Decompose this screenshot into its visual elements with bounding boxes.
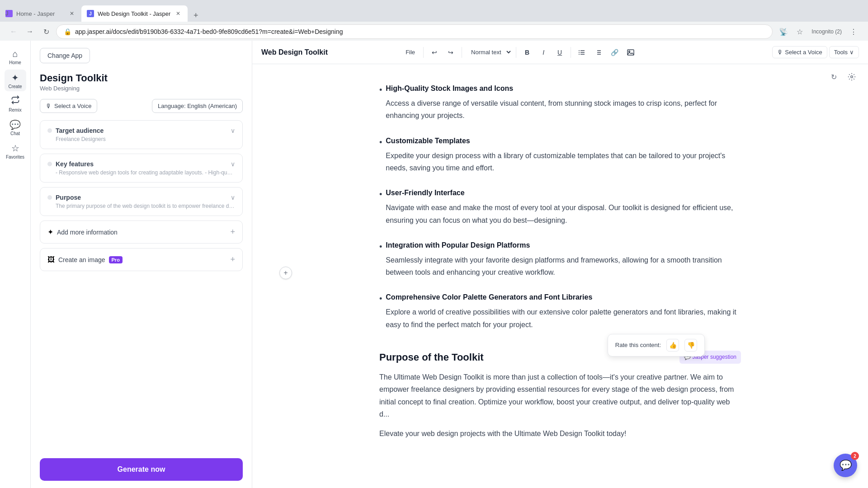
svg-point-10 <box>629 51 630 52</box>
chat-label: Chat <box>10 131 20 136</box>
bullet-body: Access a diverse range of versatile visu… <box>386 97 741 122</box>
language-button[interactable]: Language: English (American) <box>152 99 243 113</box>
bold-button[interactable]: B <box>520 45 534 60</box>
sidebar-item-remix[interactable]: Remix <box>5 93 26 115</box>
reload-button[interactable]: ↻ <box>40 25 52 38</box>
tools-button[interactable]: Tools ∨ <box>829 46 859 58</box>
tab-favicon-home: J <box>5 10 13 17</box>
purpose-body1: The Ultimate Web Design Toolkit is more … <box>379 371 741 420</box>
chevron-down-icon: ∨ <box>231 160 235 168</box>
bullet-body: Explore a world of creative possibilitie… <box>386 306 741 330</box>
tab-title-home: Home - Jasper <box>16 10 64 17</box>
menu-icon[interactable]: ⋮ <box>846 24 861 39</box>
underline-button[interactable]: U <box>552 45 567 60</box>
select-voice-toolbar[interactable]: 🎙 Select a Voice <box>772 46 827 58</box>
sidebar-item-favorites[interactable]: ☆ Favorites <box>5 140 26 162</box>
target-audience-field[interactable]: Target audience ∨ Freelance Designers <box>40 120 243 149</box>
doc-header-icons: ↻ <box>826 70 859 84</box>
tab-title-web: Web Design Toolkit - Jasper <box>98 10 170 17</box>
nav-icons: 📡 ☆ Incognito (2) ⋮ <box>776 24 861 39</box>
browser-chrome: J Home - Jasper ✕ J Web Design Toolkit -… <box>0 0 868 41</box>
main-content: Web Design Toolkit File ↩ ↪ Normal text … <box>252 41 868 488</box>
toolbar-divider <box>462 47 462 58</box>
select-voice-button[interactable]: 🎙 Select a Voice <box>40 99 97 113</box>
format-select[interactable]: Normal text Heading 1 Heading 2 <box>466 47 512 58</box>
bullet-title: Customizable Templates <box>386 137 470 145</box>
create-image-card[interactable]: 🖼 Create an image Pro + <box>40 248 243 271</box>
list-item: Customizable Templates Expedite your des… <box>379 135 741 182</box>
toolbar-divider <box>571 47 571 58</box>
bullet-title: Integration with Popular Design Platform… <box>386 241 530 249</box>
svg-point-3 <box>579 50 580 51</box>
purpose-section: Purpose of the Toolkit 💬 Jasper suggesti… <box>379 349 741 440</box>
undo-button[interactable]: ↩ <box>427 45 442 60</box>
back-button[interactable]: ← <box>7 25 20 38</box>
tab-web[interactable]: J Web Design Toolkit - Jasper ✕ <box>81 5 188 22</box>
generate-now-button[interactable]: Generate now <box>40 458 243 481</box>
add-more-info-card[interactable]: ✦ Add more information + <box>40 221 243 244</box>
select-voice-toolbar-label: Select a Voice <box>785 49 822 56</box>
sparkle-icon: ✦ <box>47 228 53 236</box>
tab-home[interactable]: J Home - Jasper ✕ <box>0 5 81 22</box>
thumbs-up-button[interactable]: 👍 <box>666 339 679 352</box>
add-info-left: ✦ Add more information <box>47 228 118 236</box>
chat-badge: 2 <box>851 452 859 460</box>
lock-icon: 🔒 <box>64 28 71 35</box>
field-label: Purpose <box>56 194 227 201</box>
nav-bar: ← → ↻ 🔒 app.jasper.ai/docs/edit/b9190b36… <box>0 22 868 42</box>
voice-toolbar-icon: 🎙 <box>777 49 783 56</box>
sidebar-item-create[interactable]: ✦ Create <box>5 70 26 91</box>
image-button[interactable] <box>623 45 638 60</box>
remix-icon <box>11 95 20 107</box>
field-dot <box>47 128 52 133</box>
select-voice-label: Select a Voice <box>54 103 91 109</box>
app-layout: ⌂ Home ✦ Create Remix 💬 Chat ☆ Favo <box>0 41 868 488</box>
new-tab-button[interactable]: + <box>189 9 202 22</box>
bullet-body: Expedite your design process with a libr… <box>386 150 741 174</box>
cast-icon[interactable]: 📡 <box>776 24 791 39</box>
sidebar-item-home[interactable]: ⌂ Home <box>5 46 26 68</box>
document-area: ↻ + High-Quality Stock Images and Icons <box>252 64 868 488</box>
bullet-list-button[interactable] <box>575 45 589 60</box>
field-value: Freelance Designers <box>56 136 235 142</box>
home-label: Home <box>9 60 21 65</box>
tools-label: Tools <box>834 49 848 56</box>
left-panel-header: Change App Design Toolkit Web Designing <box>31 41 252 92</box>
tab-close-home[interactable]: ✕ <box>68 9 76 18</box>
purpose-field[interactable]: Purpose ∨ The primary purpose of the web… <box>40 187 243 216</box>
panel-subtitle: Web Designing <box>40 85 243 92</box>
refresh-icon[interactable]: ↻ <box>826 70 841 84</box>
change-app-button[interactable]: Change App <box>40 48 90 63</box>
bookmark-icon[interactable]: ☆ <box>793 24 807 39</box>
address-bar[interactable]: 🔒 app.jasper.ai/docs/edit/b9190b36-6332-… <box>56 24 773 39</box>
bullet-title: Comprehensive Color Palette Generators a… <box>386 293 592 301</box>
document-content: High-Quality Stock Images and Icons Acce… <box>379 82 741 474</box>
field-label: Key features <box>56 160 227 168</box>
forward-button[interactable]: → <box>24 25 36 38</box>
list-item: User-Friendly Interface Navigate with ea… <box>379 187 741 234</box>
svg-point-11 <box>851 76 853 78</box>
add-block-button[interactable]: + <box>279 267 292 279</box>
thumbs-down-button[interactable]: 👎 <box>684 339 697 352</box>
svg-point-5 <box>579 54 580 55</box>
purpose-body2: Elevate your web design projects with th… <box>379 427 741 440</box>
field-label: Target audience <box>56 127 227 134</box>
bullet-body: Navigate with ease and make the most of … <box>386 202 741 226</box>
italic-button[interactable]: I <box>536 45 551 60</box>
settings-icon[interactable] <box>844 70 859 84</box>
incognito-label: Incognito (2) <box>809 24 844 39</box>
chat-bubble-icon: 💬 <box>840 460 852 471</box>
chat-bubble-button[interactable]: 💬 2 <box>834 454 857 477</box>
sidebar-item-chat[interactable]: 💬 Chat <box>5 117 26 138</box>
rate-label: Rate this content: <box>615 340 661 350</box>
link-button[interactable]: 🔗 <box>607 45 622 60</box>
redo-button[interactable]: ↪ <box>443 45 458 60</box>
create-label: Create <box>8 84 22 89</box>
tab-close-web[interactable]: ✕ <box>174 9 182 18</box>
panel-fields: Target audience ∨ Freelance Designers Ke… <box>31 120 252 451</box>
create-image-label: Create an image <box>58 256 105 263</box>
key-features-field[interactable]: Key features ∨ - Responsive web design t… <box>40 154 243 183</box>
file-button[interactable]: File <box>401 46 420 58</box>
numbered-list-button[interactable] <box>591 45 605 60</box>
home-icon: ⌂ <box>12 49 18 59</box>
